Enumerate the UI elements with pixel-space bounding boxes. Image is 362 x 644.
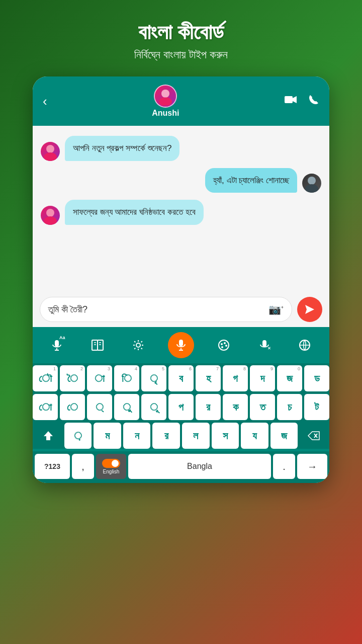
- svg-point-9: [46, 209, 54, 217]
- avatar-img-2: [41, 206, 60, 225]
- key-j2[interactable]: জ: [270, 423, 298, 449]
- key-nukta[interactable]: ়: [64, 423, 92, 449]
- svg-rect-30: [262, 340, 266, 347]
- app-title: বাংলা কীবোর্ড: [134, 20, 228, 44]
- key-dd[interactable]: ড: [304, 365, 329, 391]
- message-row: আপনি নতুন প্রকল্প সম্পর্কে শুনেছন?: [41, 136, 321, 161]
- key-r[interactable]: র: [196, 394, 221, 420]
- key-d[interactable]: 9দ: [250, 365, 275, 391]
- key-i[interactable]: 4ি: [114, 365, 139, 391]
- svg-point-2: [161, 90, 169, 98]
- key-s[interactable]: স: [212, 423, 239, 449]
- video-call-icon[interactable]: [284, 93, 297, 109]
- incoming-bubble: আপনি নতুন প্রকল্প সম্পর্কে শুনেছন?: [65, 136, 179, 161]
- key-hasanta[interactable]: ্: [87, 394, 112, 420]
- key-aa[interactable]: 3া: [87, 365, 112, 391]
- language-toggle[interactable]: English: [96, 454, 126, 479]
- lang-toggle-circle: [112, 460, 119, 467]
- input-text: তুমি কী তৈরী?: [48, 304, 87, 315]
- key-n[interactable]: ন: [123, 423, 151, 449]
- palette-btn[interactable]: [213, 334, 235, 356]
- back-button[interactable]: ‹: [43, 94, 47, 109]
- mic-center-btn[interactable]: [168, 332, 194, 358]
- svg-rect-12: [55, 340, 59, 347]
- avatar-img: [41, 142, 60, 161]
- svg-point-10: [44, 216, 57, 225]
- message-row: সাফল্যের জন্য আমাদের ঘনিষ্ঠভাবে করতে হবে: [41, 200, 321, 225]
- backspace-key[interactable]: [300, 423, 327, 449]
- svg-rect-22: [179, 340, 183, 346]
- key-j[interactable]: 0জ: [277, 365, 302, 391]
- svg-point-26: [221, 343, 223, 345]
- svg-point-27: [224, 342, 226, 344]
- sender-avatar: [41, 142, 60, 161]
- svg-point-7: [308, 177, 316, 185]
- svg-point-29: [221, 346, 223, 348]
- header-left: ‹: [43, 94, 47, 109]
- key-oi[interactable]: 2ৈ: [60, 365, 85, 391]
- keyboard: Aa: [33, 327, 329, 483]
- svg-point-28: [225, 345, 227, 347]
- key-e[interactable]: ে: [60, 394, 85, 420]
- key-m[interactable]: ম: [94, 423, 121, 449]
- key-g[interactable]: 8গ: [223, 365, 248, 391]
- header-right: [284, 93, 319, 109]
- settings-btn[interactable]: [127, 334, 149, 356]
- numbers-key[interactable]: ?123: [35, 454, 70, 479]
- key-k[interactable]: ক: [223, 394, 248, 420]
- translate-btn[interactable]: ✕: [253, 334, 276, 356]
- svg-point-25: [219, 340, 229, 350]
- period-key[interactable]: .: [273, 454, 295, 479]
- svg-point-21: [136, 343, 140, 347]
- voice-input-btn[interactable]: Aa: [46, 334, 68, 356]
- svg-text:✕: ✕: [267, 346, 270, 351]
- svg-rect-16: [98, 340, 103, 350]
- key-h[interactable]: 7হ: [196, 365, 221, 391]
- message-input-box[interactable]: তুমি কী তৈরী? 📷+: [40, 297, 292, 322]
- app-subtitle: নির্বিঘ্নে বাংলায় টাইপ করুন: [134, 48, 228, 61]
- camera-icon[interactable]: 📷+: [268, 303, 284, 315]
- key-l[interactable]: ল: [182, 423, 210, 449]
- lang-toggle-switch: [102, 459, 120, 468]
- svg-rect-3: [285, 96, 293, 103]
- enter-key[interactable]: →: [297, 454, 327, 479]
- contact-name: Anushi: [152, 109, 179, 118]
- voice-call-icon[interactable]: [308, 94, 319, 108]
- key-p[interactable]: প: [168, 394, 194, 420]
- chat-body: আপনি নতুন প্রকল্প সম্পর্কে শুনেছন? হ্যাঁ…: [33, 126, 329, 292]
- my-avatar-img: [302, 174, 321, 193]
- svg-marker-4: [293, 96, 297, 103]
- key-uu[interactable]: ূ: [141, 394, 166, 420]
- phone-mockup: ‹ Anushi: [33, 76, 329, 483]
- keyboard-rows: 1ৌ 2ৈ 3া 4ি 5ৃ 6ব 7হ 8গ 9দ 0জ ড ো ে ্: [33, 363, 329, 449]
- header-center: Anushi: [152, 85, 179, 118]
- svg-marker-33: [44, 431, 53, 440]
- key-ch[interactable]: চ: [277, 394, 302, 420]
- key-row-2: ো ে ্ ু ূ প র ক ত চ ট: [35, 394, 327, 420]
- svg-point-1: [159, 97, 172, 106]
- sender-avatar-2: [41, 206, 60, 225]
- shift-key[interactable]: [35, 423, 62, 449]
- key-ri[interactable]: 5ৃ: [141, 365, 166, 391]
- key-tt[interactable]: ট: [304, 394, 329, 420]
- svg-point-5: [46, 145, 54, 153]
- send-button[interactable]: [297, 297, 322, 322]
- keyboard-toolbar: Aa: [33, 327, 329, 363]
- comma-key[interactable]: ,: [72, 454, 94, 479]
- chat-header: ‹ Anushi: [33, 76, 329, 126]
- key-ou[interactable]: 1ৌ: [33, 365, 58, 391]
- my-avatar: [302, 174, 321, 193]
- outgoing-bubble: হ্যাঁ, এটা চ্যালেঞ্জিং শোনাচ্ছে: [205, 168, 297, 193]
- key-row-1: 1ৌ 2ৈ 3া 4ি 5ৃ 6ব 7হ 8গ 9দ 0জ ড: [35, 365, 327, 391]
- key-r2[interactable]: র: [152, 423, 180, 449]
- globe-btn[interactable]: [294, 334, 316, 356]
- dictionary-btn[interactable]: [86, 334, 109, 356]
- space-key[interactable]: Bangla: [128, 454, 271, 479]
- key-u[interactable]: ু: [114, 394, 139, 420]
- main-content: বাংলা কীবোর্ড নির্বিঘ্নে বাংলায় টাইপ কর…: [0, 0, 362, 644]
- app-header: বাংলা কীবোর্ড নির্বিঘ্নে বাংলায় টাইপ কর…: [124, 0, 238, 66]
- key-y[interactable]: য: [241, 423, 268, 449]
- key-b[interactable]: 6ব: [168, 365, 194, 391]
- key-t[interactable]: ত: [250, 394, 275, 420]
- key-o[interactable]: ো: [33, 394, 58, 420]
